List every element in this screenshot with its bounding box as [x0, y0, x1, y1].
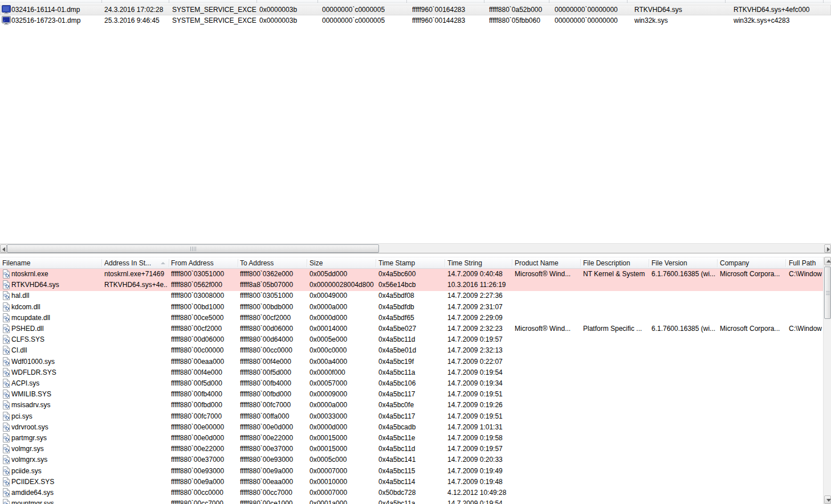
cell-size: 0x0000d000 — [309, 313, 374, 324]
system-file-icon — [2, 291, 11, 300]
cell-file-version — [651, 444, 715, 455]
column-header-product-name[interactable]: Product Name — [515, 257, 584, 269]
cell-from-address: fffff880`00d06000 — [171, 334, 237, 346]
column-header-file-version[interactable]: File Version — [651, 257, 721, 269]
cell-to-address: fffff880`00e93000 — [240, 454, 305, 466]
scroll-down-button[interactable] — [824, 495, 831, 504]
cell-to-address: fffff8a8`05b07000 — [240, 280, 305, 291]
dump-list-header-cutoff — [0, 0, 831, 3]
cell-company — [720, 378, 784, 390]
driver-row[interactable]: Wdf01000.sysfffff880`00eaa000fffff880`00… — [0, 357, 823, 368]
cell-address-in-stack — [104, 323, 167, 335]
driver-row[interactable]: mountmgr.sysfffff880`00cc7000fffff880`00… — [0, 498, 823, 504]
cell-product-name — [515, 454, 579, 466]
column-header-size[interactable]: Size — [309, 257, 380, 269]
driver-row[interactable]: CI.dllfffff880`00c00000fffff880`00cc0000… — [0, 345, 823, 357]
cell-company — [720, 454, 784, 466]
cell-time-stamp: 0x4a5bc11d — [378, 444, 443, 455]
cell-size: 0x00049000 — [309, 290, 374, 302]
cell-file-description: NT Kernel & System — [583, 269, 647, 280]
driver-row[interactable]: pci.sysfffff880`00fc7000fffff880`00ffa00… — [0, 411, 823, 423]
cell-filename: CLFS.SYS — [11, 334, 100, 346]
driver-row[interactable]: RTKVHD64.sysRTKVHD64.sys+4e...fffff880`0… — [0, 280, 823, 291]
driver-row[interactable]: mcupdate.dllfffff880`00ce5000fffff880`00… — [0, 313, 823, 324]
driver-row[interactable]: ACPI.sysfffff880`00f5d000fffff880`00fb40… — [0, 378, 823, 390]
scroll-right-button[interactable] — [824, 244, 831, 253]
cell-file-description — [583, 357, 647, 368]
vertical-scrollbar-thumb[interactable] — [824, 267, 831, 319]
cell-product-name — [515, 498, 579, 504]
cell-product-name — [515, 411, 579, 423]
cell-from-address: fffff880`00ce5000 — [171, 313, 237, 324]
column-header-company[interactable]: Company — [720, 257, 790, 269]
column-header-file-description[interactable]: File Description — [583, 257, 653, 269]
cell-size: 0x00009000 — [309, 389, 374, 400]
driver-row[interactable]: PSHED.dllfffff880`00cf2000fffff880`00d06… — [0, 323, 823, 335]
driver-row[interactable]: volmgrx.sysfffff880`00e37000fffff880`00e… — [0, 454, 823, 466]
cell-file-version — [651, 367, 715, 379]
cell-product-name — [515, 444, 579, 455]
cell-bug-check-string: SYSTEM_SERVICE_EXCE... — [172, 5, 256, 15]
dump-file-row[interactable]: 032416-16114-01.dmp24.3.2016 17:02:28SYS… — [0, 5, 831, 15]
cell-company — [720, 498, 784, 504]
driver-row[interactable]: partmgr.sysfffff880`00e0d000fffff880`00e… — [0, 433, 823, 444]
cell-full-path — [789, 487, 822, 499]
column-header-filename[interactable]: Filename — [2, 257, 97, 269]
cell-caused-by-driver: win32k.sys — [634, 15, 730, 26]
cell-filename: vdrvroot.sys — [11, 422, 100, 433]
driver-row[interactable]: ntoskrnl.exentoskrnl.exe+71469fffff800`0… — [0, 269, 823, 280]
system-file-icon — [2, 390, 11, 399]
driver-row[interactable]: CLFS.SYSfffff880`00d06000fffff880`00d640… — [0, 334, 823, 346]
cell-address-in-stack — [104, 411, 167, 423]
system-file-icon — [2, 488, 11, 497]
driver-row[interactable]: pciide.sysfffff880`00e93000fffff880`00e9… — [0, 466, 823, 477]
thumb-grip-icon — [826, 290, 830, 295]
cell-filename: kdcom.dll — [11, 302, 100, 313]
column-separator — [549, 0, 549, 3]
cell-company — [720, 345, 784, 357]
cell-time-string: 14.7.2009 0:19:51 — [447, 389, 510, 400]
cell-full-path — [789, 454, 822, 466]
driver-row[interactable]: msisadrv.sysfffff880`00fbd000fffff880`00… — [0, 400, 823, 411]
cell-company — [720, 477, 784, 488]
cell-file-description — [583, 378, 647, 390]
dump-file-row[interactable]: 032516-16723-01.dmp25.3.2016 9:46:45SYST… — [0, 15, 831, 26]
cell-to-address: fffff880`00f5d000 — [240, 367, 305, 379]
scroll-left-button[interactable] — [0, 244, 7, 253]
cell-size: 0x005dd000 — [309, 269, 374, 280]
cell-filename: pciide.sys — [11, 466, 100, 477]
driver-row[interactable]: WMILIB.SYSfffff880`00fb4000fffff880`00fb… — [0, 389, 823, 400]
cell-crash-time: 25.3.2016 9:46:45 — [104, 15, 168, 26]
system-file-icon — [2, 324, 11, 333]
cell-time-stamp: 0x4a5bcadb — [378, 422, 443, 433]
horizontal-scrollbar-thumb[interactable] — [7, 244, 379, 253]
scroll-up-button[interactable] — [824, 257, 831, 265]
cell-file-version — [651, 389, 715, 400]
driver-row[interactable]: volmgr.sysfffff880`00e22000fffff880`00e3… — [0, 444, 823, 455]
cell-full-path — [789, 378, 822, 390]
cell-filename: mountmgr.sys — [11, 498, 100, 504]
cell-time-string: 14.7.2009 0:22:07 — [447, 357, 510, 368]
cell-to-address: fffff880`00e9a000 — [240, 466, 305, 477]
column-header-from-address[interactable]: From Address — [171, 257, 242, 269]
driver-row[interactable]: kdcom.dllfffff800`00bd1000fffff800`00bdb… — [0, 302, 823, 313]
column-header-time-string[interactable]: Time String — [447, 257, 516, 269]
cell-full-path — [789, 477, 822, 488]
horizontal-scrollbar[interactable] — [0, 243, 831, 253]
column-header-to-address[interactable]: To Address — [240, 257, 311, 269]
column-header-time-stamp[interactable]: Time Stamp — [378, 257, 449, 269]
cell-address-in-stack — [104, 313, 167, 324]
cell-file-description — [583, 477, 647, 488]
cell-from-address: fffff880`00f4e000 — [171, 367, 237, 379]
driver-row[interactable]: vdrvroot.sysfffff880`00e00000fffff880`00… — [0, 422, 823, 433]
driver-row[interactable]: PCIIDEX.SYSfffff880`00e9a000fffff880`00e… — [0, 477, 823, 488]
vertical-scrollbar[interactable] — [823, 257, 831, 504]
driver-row[interactable]: amdide64.sysfffff880`00cc0000fffff880`00… — [0, 487, 823, 499]
column-header-full-path[interactable]: Full Path — [789, 257, 828, 269]
driver-row[interactable]: hal.dllfffff800`03008000fffff800`0305100… — [0, 290, 823, 302]
column-separator — [725, 0, 726, 3]
cell-time-stamp: 0x4a5bc141 — [378, 454, 443, 466]
column-separator — [406, 0, 407, 3]
cell-filename: PCIIDEX.SYS — [11, 477, 100, 488]
driver-row[interactable]: WDFLDR.SYSfffff880`00f4e000fffff880`00f5… — [0, 367, 823, 379]
